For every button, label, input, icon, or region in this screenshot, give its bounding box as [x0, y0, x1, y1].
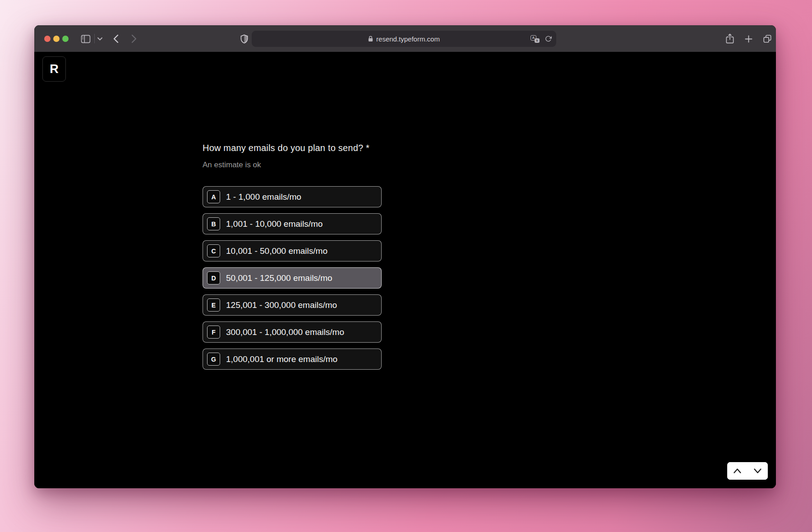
chevron-down-icon[interactable]	[97, 37, 102, 41]
forward-icon[interactable]	[131, 34, 137, 44]
translate-icon[interactable]: A s	[531, 35, 540, 43]
option-key-badge: F	[207, 326, 220, 339]
back-icon[interactable]	[113, 34, 119, 44]
option-label: 50,001 - 125,000 emails/mo	[226, 273, 332, 283]
typeform-page: R How many emails do you plan to send? *…	[34, 52, 776, 488]
question-title: How many emails do you plan to send? *	[203, 143, 369, 153]
answer-options-list: A1 - 1,000 emails/moB1,001 - 10,000 emai…	[203, 186, 382, 376]
answer-option-g[interactable]: G1,000,001 or more emails/mo	[203, 349, 382, 370]
minimize-window-button[interactable]	[53, 36, 60, 42]
option-label: 1 - 1,000 emails/mo	[226, 192, 301, 202]
answer-option-e[interactable]: E125,001 - 300,000 emails/mo	[203, 294, 382, 316]
option-key-badge: C	[207, 244, 220, 257]
sidebar-icon[interactable]	[80, 34, 91, 44]
share-icon[interactable]	[725, 33, 734, 44]
desktop: { "browser": { "address_bar": { "url": "…	[0, 0, 812, 532]
option-label: 10,001 - 50,000 emails/mo	[226, 246, 328, 256]
option-key-badge: E	[207, 298, 220, 312]
option-label: 125,001 - 300,000 emails/mo	[226, 300, 337, 310]
option-label: 300,001 - 1,000,000 emails/mo	[226, 327, 344, 337]
tabs-overview-icon[interactable]	[762, 34, 772, 43]
answer-option-a[interactable]: A1 - 1,000 emails/mo	[203, 186, 382, 207]
zoom-window-button[interactable]	[62, 36, 69, 42]
option-label: 1,001 - 10,000 emails/mo	[226, 219, 323, 229]
url-text: resend.typeform.com	[376, 35, 440, 43]
lock-icon	[368, 36, 373, 42]
new-tab-icon[interactable]	[744, 35, 752, 43]
option-key-badge: G	[207, 353, 220, 366]
previous-question-button[interactable]	[727, 462, 747, 480]
answer-option-d[interactable]: D50,001 - 125,000 emails/mo	[203, 267, 382, 289]
close-window-button[interactable]	[44, 36, 51, 42]
question-subtitle: An estimate is ok	[203, 161, 261, 170]
option-key-badge: A	[207, 190, 220, 203]
shield-icon[interactable]	[240, 34, 248, 44]
address-bar[interactable]: resend.typeform.com A s	[252, 31, 556, 47]
form-navigation	[727, 462, 768, 480]
answer-option-b[interactable]: B1,001 - 10,000 emails/mo	[203, 213, 382, 234]
option-key-badge: D	[207, 271, 220, 284]
resend-logo: R	[42, 56, 66, 82]
toolbar-divider	[94, 34, 95, 43]
option-key-badge: B	[207, 217, 220, 230]
option-label: 1,000,001 or more emails/mo	[226, 354, 337, 364]
reload-icon[interactable]	[545, 35, 552, 42]
answer-option-f[interactable]: F300,001 - 1,000,000 emails/mo	[203, 321, 382, 343]
logo-letter: R	[50, 62, 59, 76]
answer-option-c[interactable]: C10,001 - 50,000 emails/mo	[203, 240, 382, 261]
browser-toolbar: resend.typeform.com A s	[34, 25, 776, 52]
browser-window: resend.typeform.com A s	[34, 25, 776, 488]
next-question-button[interactable]	[747, 462, 768, 480]
